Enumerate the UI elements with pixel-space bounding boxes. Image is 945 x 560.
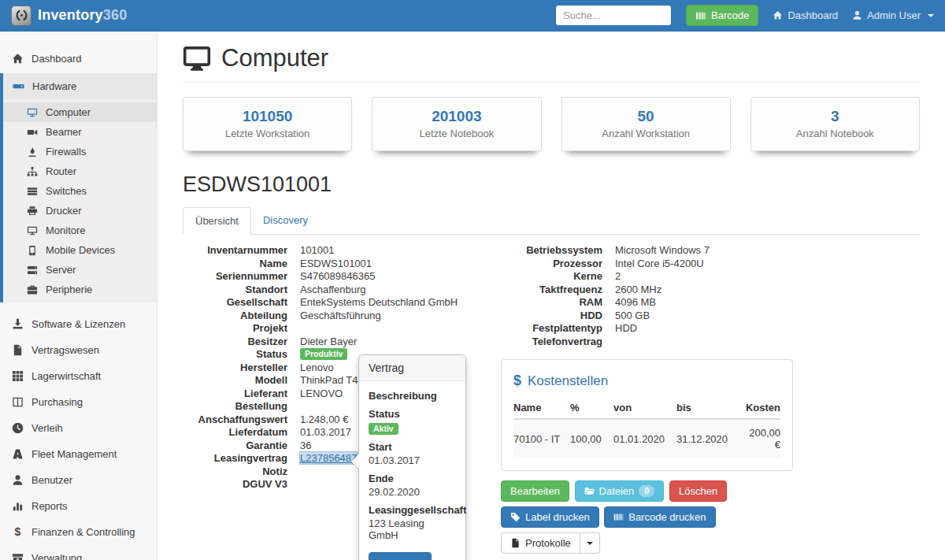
- detail-value: Microsoft Windows 7: [615, 244, 710, 258]
- sidebar-item-purchasing[interactable]: Purchasing: [0, 389, 157, 415]
- sidebar-item-lagerwirtschaft[interactable]: Lagerwirtschaft: [0, 363, 157, 389]
- detail-label: Betriebssystem: [498, 244, 602, 258]
- sidebar-item-firewalls[interactable]: Firewalls: [3, 142, 157, 161]
- sidebar-item-peripherie[interactable]: Peripherie: [3, 280, 157, 299]
- detail-value: ESDWS101001: [300, 258, 372, 271]
- sidebar-item-finanzen-controlling[interactable]: $Finanzen & Controlling: [0, 519, 157, 545]
- popover-value-ende: 29.02.2020: [369, 486, 456, 498]
- popover-label-status: Status: [369, 408, 456, 420]
- sidebar-item-fleet-management[interactable]: Fleet Management: [0, 441, 157, 467]
- sidebar-item-computer[interactable]: Computer: [3, 102, 157, 122]
- fire-icon: [27, 146, 38, 158]
- detail-label: Gesellschaft: [183, 296, 287, 310]
- detail-row: SeriennummerS476089846365: [183, 270, 498, 284]
- sidebar-item-vertragswesen[interactable]: Vertragswesen: [0, 337, 157, 363]
- protokolle-dropdown-toggle[interactable]: [580, 532, 600, 554]
- bars-icon: [27, 186, 38, 197]
- stat-value: 50: [570, 108, 722, 125]
- sidebar-item-reports[interactable]: Reports: [0, 493, 157, 519]
- detail-label: Kerne: [498, 270, 602, 284]
- monitor-icon: [27, 107, 38, 118]
- sidebar-item-beamer[interactable]: Beamer: [3, 122, 157, 142]
- vertrag-status-badge: Aktiv: [369, 423, 398, 435]
- brand-name: Inventory360: [38, 7, 127, 24]
- user-icon: [852, 10, 862, 20]
- sidebar-item-benutzer[interactable]: Benutzer: [0, 467, 157, 493]
- bearbeiten-button[interactable]: Bearbeiten: [501, 480, 569, 502]
- detail-row: StandortAschaffenburg: [183, 284, 498, 297]
- sidebar-item-server[interactable]: Server: [3, 260, 157, 280]
- detail-value: 2600 MHz: [615, 284, 662, 297]
- detail-label: Leasingvertrag: [183, 452, 287, 465]
- sidebar-item-monitore[interactable]: Monitore: [3, 221, 157, 240]
- tab-discovery[interactable]: Discovery: [251, 207, 320, 235]
- label-drucken-button[interactable]: Label drucken: [501, 506, 599, 528]
- chevron-down-icon: [587, 542, 593, 545]
- user-menu[interactable]: Admin User: [852, 9, 934, 21]
- sidebar-item-verwaltung[interactable]: Verwaltung: [0, 545, 157, 560]
- sidebar-item-router[interactable]: Router: [3, 161, 157, 181]
- detail-label: Festplattentyp: [498, 322, 602, 336]
- sidebar-item-dashboard[interactable]: Dashboard: [0, 46, 157, 72]
- anzeigen-button[interactable]: Anzeigen: [369, 552, 432, 560]
- brand-logo-icon: [11, 6, 32, 26]
- sidebar-hardware-block: Hardware Computer Beamer Firewalls Route…: [0, 73, 157, 302]
- document-icon: [12, 344, 24, 356]
- sidebar: Dashboard Hardware Computer Beamer Firew…: [0, 32, 158, 560]
- tab-uebersicht[interactable]: Übersicht: [183, 207, 251, 235]
- popover-label-leasinggesellschaft: Leasinggesellschaft: [369, 504, 456, 516]
- leasingvertrag-link[interactable]: L237856487: [300, 452, 357, 464]
- sidebar-item-verleih[interactable]: Verleih: [0, 415, 157, 441]
- cell-percent: 100,00: [570, 419, 613, 458]
- asset-title: ESDWS101001: [183, 172, 920, 197]
- detail-value: S476089846365: [300, 270, 375, 284]
- detail-label: Standort: [183, 284, 287, 297]
- sidebar-item-hardware[interactable]: Hardware: [3, 73, 157, 99]
- search-input[interactable]: [555, 5, 672, 26]
- sidebar-item-mobile-devices[interactable]: Mobile Devices: [3, 240, 157, 260]
- detail-value: 4096 MB: [615, 296, 656, 310]
- detail-value: 101001: [300, 244, 334, 258]
- protokolle-button[interactable]: Protokolle: [501, 532, 580, 554]
- page-header: Computer: [183, 44, 920, 83]
- detail-value: EntekSystems Deutschland GmbH: [300, 296, 458, 310]
- road-icon: [12, 448, 24, 460]
- detail-row: GesellschaftEntekSystems Deutschland Gmb…: [183, 296, 498, 310]
- dollar-icon: $: [12, 526, 24, 538]
- detail-row: Telefonvertrag: [498, 336, 794, 349]
- stat-label: Anzahl Workstation: [570, 128, 722, 139]
- column-header: von: [613, 397, 676, 419]
- document-icon: [510, 538, 521, 548]
- detail-value: Produktiv: [300, 348, 347, 362]
- sidebar-item-switches[interactable]: Switches: [3, 181, 157, 201]
- detail-value: 500 GB: [615, 310, 650, 323]
- stat-value: 101050: [191, 108, 343, 125]
- barcode-button[interactable]: Barcode: [686, 5, 758, 26]
- loeschen-button[interactable]: Löschen: [669, 480, 727, 502]
- detail-value: HDD: [615, 322, 637, 336]
- stat-label: Anzahl Notebook: [759, 128, 911, 139]
- tab-bar: Übersicht Discovery: [183, 207, 920, 235]
- detail-label: HDD: [498, 310, 602, 323]
- detail-label: Projekt: [183, 322, 287, 336]
- stat-card-anzahl-notebook[interactable]: 3 Anzahl Notebook: [750, 97, 920, 151]
- cell-kosten: 200,00 €: [743, 419, 780, 458]
- detail-value: Lenovo: [300, 362, 334, 375]
- brand[interactable]: Inventory360: [11, 6, 127, 26]
- sidebar-item-drucker[interactable]: Drucker: [3, 201, 157, 221]
- sitemap-icon: [27, 166, 38, 177]
- details-right-column: BetriebssystemMicrosoft Windows 7 Prozes…: [498, 244, 794, 558]
- barcode-drucken-button[interactable]: Barcode drucken: [604, 506, 715, 528]
- dateien-button[interactable]: Dateien 0: [575, 480, 665, 502]
- nav-dashboard-link[interactable]: Dashboard: [773, 9, 838, 21]
- popover-label-beschreibung: Beschreibung: [369, 390, 456, 402]
- home-icon: [12, 53, 24, 65]
- popover-value-start: 01.03.2017: [369, 454, 456, 466]
- detail-row: HDD500 GB: [498, 310, 794, 323]
- hardware-submenu: Computer Beamer Firewalls Router Switche…: [3, 99, 157, 302]
- sidebar-item-software-lizenzen[interactable]: Software & Lizenzen: [0, 311, 157, 337]
- stat-card-anzahl-workstation[interactable]: 50 Anzahl Workstation: [561, 97, 731, 151]
- detail-label: Lieferdatum: [183, 426, 287, 439]
- stat-card-letzte-workstation[interactable]: 101050 Letzte Workstation: [183, 97, 352, 151]
- stat-card-letzte-notebook[interactable]: 201003 Letzte Notebook: [372, 97, 541, 151]
